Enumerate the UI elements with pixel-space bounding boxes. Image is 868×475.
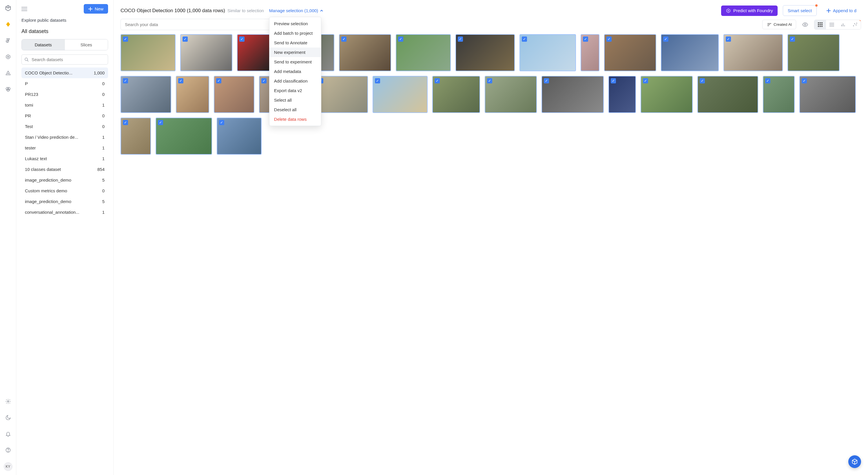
dataset-list-item[interactable]: PR1230 — [22, 89, 108, 100]
moon-icon[interactable] — [4, 414, 12, 422]
manage-menu-item[interactable]: Send to experiment — [270, 57, 321, 67]
thumbnail-grid-wrap[interactable]: ✓✓✓✓✓✓✓✓✓✓✓✓✓✓✓✓✓✓✓✓✓✓✓✓✓✓✓✓✓✓ — [114, 34, 868, 475]
thumbnail[interactable]: ✓ — [763, 76, 795, 113]
dataset-list-item[interactable]: Custom metrics demo0 — [22, 185, 108, 196]
manage-menu-item[interactable]: Export data v2 — [270, 86, 321, 95]
manage-menu-item[interactable]: Send to Annotate — [270, 38, 321, 48]
thumbnail-checkbox[interactable]: ✓ — [341, 36, 346, 42]
thumbnail[interactable]: ✓ — [121, 118, 151, 155]
manage-menu-item[interactable]: Preview selection — [270, 19, 321, 28]
thumbnail[interactable]: ✓ — [723, 34, 783, 71]
chart-view-button[interactable] — [838, 20, 849, 29]
thumbnail-checkbox[interactable]: ✓ — [158, 120, 163, 125]
tab-datasets[interactable]: Datasets — [22, 39, 65, 50]
hamburger-icon[interactable] — [22, 7, 27, 11]
thumbnail[interactable]: ✓ — [156, 118, 212, 155]
thumbnail-checkbox[interactable]: ✓ — [607, 36, 612, 42]
thumbnail-checkbox[interactable]: ✓ — [375, 78, 380, 84]
visibility-toggle-button[interactable] — [800, 19, 811, 30]
thumbnail-checkbox[interactable]: ✓ — [178, 78, 183, 84]
bell-icon[interactable] — [4, 430, 12, 438]
manage-menu-item[interactable]: New experiment — [270, 48, 321, 57]
manage-menu-item[interactable]: Add metadata — [270, 67, 321, 76]
thumbnail[interactable]: ✓ — [456, 34, 515, 71]
thumbnail[interactable]: ✓ — [176, 76, 209, 113]
dataset-list-item[interactable]: COCO Object Detectio...1,000 — [22, 67, 108, 78]
dataset-list-item[interactable]: conversational_annotation...1 — [22, 207, 108, 218]
thumbnail-checkbox[interactable]: ✓ — [261, 78, 267, 84]
settings-icon[interactable] — [4, 398, 12, 406]
thumbnail[interactable]: ✓ — [485, 76, 537, 113]
thumbnail-checkbox[interactable]: ✓ — [726, 36, 731, 42]
dataset-list-item[interactable]: Stan / Video prediction de...1 — [22, 132, 108, 142]
thumbnail[interactable]: ✓ — [541, 76, 604, 113]
thumbnail[interactable]: ✓ — [604, 34, 656, 71]
thumbnail-checkbox[interactable]: ✓ — [435, 78, 440, 84]
new-button[interactable]: New — [84, 4, 108, 13]
dataset-list-item[interactable]: PR0 — [22, 110, 108, 121]
sort-button[interactable]: Created At — [762, 20, 796, 29]
thumbnail-checkbox[interactable]: ✓ — [802, 78, 807, 84]
thumbnail-checkbox[interactable]: ✓ — [183, 36, 188, 42]
dataset-list-item[interactable]: Lukasz text1 — [22, 153, 108, 164]
thumbnail-checkbox[interactable]: ✓ — [219, 120, 224, 125]
thumbnail-checkbox[interactable]: ✓ — [663, 36, 669, 42]
manage-menu-item[interactable]: Add batch to project — [270, 28, 321, 38]
thumbnail[interactable]: ✓ — [373, 76, 428, 113]
thumbnail[interactable]: ✓ — [432, 76, 480, 113]
thumbnail-checkbox[interactable]: ✓ — [700, 78, 705, 84]
dataset-list-item[interactable]: tester1 — [22, 142, 108, 153]
thumbnail-checkbox[interactable]: ✓ — [458, 36, 463, 42]
dataset-list-item[interactable]: image_prediction_demo5 — [22, 196, 108, 207]
thumbnail-checkbox[interactable]: ✓ — [239, 36, 245, 42]
dataset-list-item[interactable]: Test0 — [22, 121, 108, 132]
thumbnail-checkbox[interactable]: ✓ — [611, 78, 616, 84]
thumbnail[interactable]: ✓ — [180, 34, 232, 71]
logo-icon[interactable] — [4, 4, 12, 12]
scatter-view-button[interactable] — [849, 20, 861, 29]
hexagon-icon[interactable] — [4, 53, 12, 61]
help-icon[interactable] — [4, 446, 12, 454]
thumbnail[interactable]: ✓ — [339, 34, 391, 71]
thumbnail-checkbox[interactable]: ✓ — [123, 36, 128, 42]
manage-menu-item[interactable]: Delete data rows — [270, 115, 321, 124]
grid-view-button[interactable] — [814, 20, 826, 29]
thumbnail[interactable]: ✓ — [121, 34, 176, 71]
thumbnail-checkbox[interactable]: ✓ — [790, 36, 795, 42]
user-avatar[interactable]: KY — [4, 462, 12, 471]
thumbnail-checkbox[interactable]: ✓ — [123, 120, 128, 125]
manage-menu-item[interactable]: Select all — [270, 95, 321, 105]
thumbnail-checkbox[interactable]: ✓ — [643, 78, 648, 84]
thumbnail-checkbox[interactable]: ✓ — [522, 36, 527, 42]
thumbnail-checkbox[interactable]: ✓ — [123, 78, 128, 84]
thumbnail[interactable]: ✓ — [121, 76, 171, 113]
thumbnail-checkbox[interactable]: ✓ — [544, 78, 549, 84]
dataset-list-item[interactable]: 10 classes dataset854 — [22, 164, 108, 175]
explore-public-datasets-link[interactable]: Explore public datasets — [22, 18, 108, 23]
thumbnail[interactable]: ✓ — [609, 76, 636, 113]
thumbnail[interactable]: ✓ — [787, 34, 840, 71]
thumbnail[interactable]: ✓ — [396, 34, 451, 71]
datasets-nav-icon[interactable] — [4, 20, 12, 28]
venn-icon[interactable] — [4, 85, 12, 93]
thumbnail[interactable]: ✓ — [799, 76, 856, 113]
dataset-list-item[interactable]: image_prediction_demo5 — [22, 175, 108, 185]
thumbnail[interactable]: ✓ — [661, 34, 719, 71]
predict-with-foundry-button[interactable]: Predict with Foundry — [721, 5, 778, 16]
manage-menu-item[interactable]: Add classification — [270, 76, 321, 86]
thumbnail-checkbox[interactable]: ✓ — [216, 78, 221, 84]
smart-select-button[interactable]: Smart select — [783, 5, 817, 16]
thumbnail-checkbox[interactable]: ✓ — [765, 78, 770, 84]
thumbnail[interactable]: ✓ — [316, 76, 368, 113]
thumbnail[interactable]: ✓ — [217, 118, 261, 155]
thumbnail[interactable]: ✓ — [520, 34, 576, 71]
floating-action-button[interactable] — [848, 455, 861, 468]
thumbnail[interactable]: ✓ — [237, 34, 272, 71]
append-to-dataset-button[interactable]: Append to d — [822, 5, 861, 15]
thumbnail-checkbox[interactable]: ✓ — [487, 78, 492, 84]
search-datasets-input[interactable] — [22, 55, 108, 65]
thumbnail-checkbox[interactable]: ✓ — [398, 36, 403, 42]
tab-slices[interactable]: Slices — [65, 39, 108, 50]
manage-menu-item[interactable]: Deselect all — [270, 105, 321, 115]
thumbnail[interactable]: ✓ — [641, 76, 693, 113]
